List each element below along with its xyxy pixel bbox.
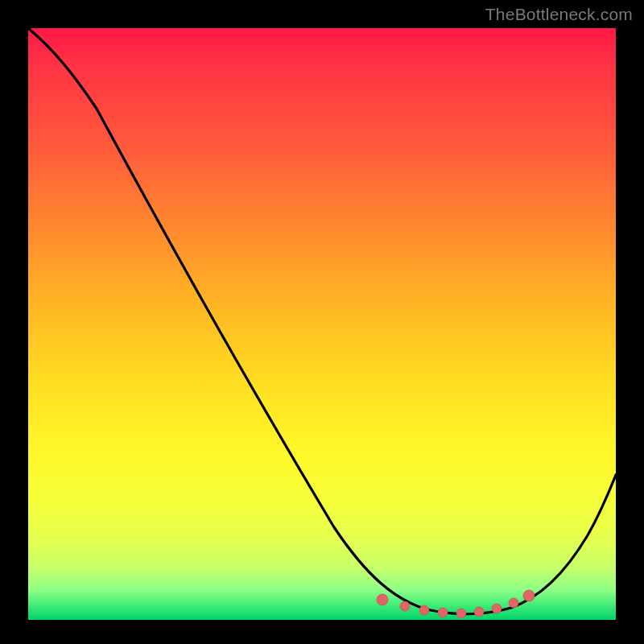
svg-point-4 (456, 609, 466, 618)
svg-point-1 (400, 601, 410, 611)
plot-area (28, 28, 616, 620)
svg-point-2 (419, 605, 429, 615)
svg-point-3 (438, 608, 448, 617)
watermark-text: TheBottleneck.com (485, 5, 633, 24)
svg-point-7 (509, 598, 518, 608)
chart-frame: TheBottleneck.com (0, 0, 644, 644)
svg-point-0 (377, 594, 388, 605)
svg-point-5 (474, 607, 484, 617)
bottleneck-curve (28, 28, 616, 614)
svg-point-8 (523, 590, 535, 601)
bottleneck-curve-svg (28, 28, 616, 620)
svg-point-6 (492, 604, 502, 613)
